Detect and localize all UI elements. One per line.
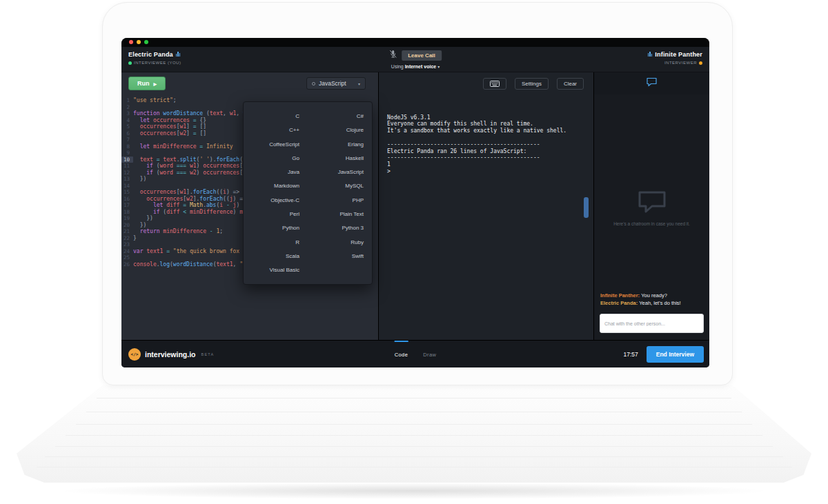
code-text: let diff = Math.abs(i - j) xyxy=(133,202,239,209)
line-number: 1 xyxy=(121,97,133,104)
chat-empty-state: Here's a chatroom in case you need it. xyxy=(594,190,709,226)
microphone-muted-icon[interactable] xyxy=(389,49,397,61)
interviewee-identity: Electric Panda INTERVIEWEE (YOU) xyxy=(128,51,183,65)
call-header: Electric Panda INTERVIEWEE (YOU) xyxy=(121,47,709,72)
language-menu-item[interactable]: Visual Basic xyxy=(244,263,308,277)
language-menu-item[interactable]: MySQL xyxy=(308,179,372,193)
console-output: NodeJS v6.3.1Everyone can modify this sh… xyxy=(387,114,585,175)
voice-source-selector[interactable]: Using Internet voice ▾ xyxy=(389,64,442,69)
language-selector-button[interactable]: JavaScript ▾ xyxy=(306,77,366,90)
chat-toolbar xyxy=(593,72,709,94)
chat-message: Infinite Panther: You ready? xyxy=(600,292,705,299)
line-number: 26 xyxy=(121,261,133,268)
language-menu-item[interactable]: R xyxy=(244,236,308,250)
minimize-window-icon[interactable] xyxy=(137,40,141,44)
chat-author: Infinite Panther: xyxy=(600,292,641,299)
language-menu: CC#C++ClojureCoffeeScriptErlangGoHaskell… xyxy=(243,101,373,285)
language-menu-item[interactable]: Python xyxy=(244,221,308,235)
chat-pane: Here's a chatroom in case you need it. I… xyxy=(593,94,709,340)
language-menu-item[interactable]: C# xyxy=(308,110,372,123)
line-number: 11 xyxy=(121,163,133,170)
settings-button[interactable]: Settings xyxy=(515,78,549,90)
language-selected: JavaScript xyxy=(319,80,346,87)
language-menu-item[interactable]: Perl xyxy=(244,208,308,221)
line-number: 19 xyxy=(121,215,133,222)
console-pane[interactable]: NodeJS v6.3.1Everyone can modify this sh… xyxy=(378,94,593,340)
language-menu-item[interactable]: JavaScript xyxy=(308,165,372,179)
line-number: 13 xyxy=(121,176,133,183)
code-text: }) xyxy=(133,222,146,229)
editor-toolbar: Run ▶ JavaScript ▾ xyxy=(121,72,378,94)
line-number: 7 xyxy=(121,137,133,143)
end-interview-button[interactable]: End Interview xyxy=(647,346,704,363)
line-number: 25 xyxy=(121,254,133,261)
run-button[interactable]: Run ▶ xyxy=(128,77,166,90)
interviewee-name: Electric Panda xyxy=(128,51,173,58)
language-menu-item[interactable]: Plain Text xyxy=(308,208,372,221)
line-number: 5 xyxy=(121,123,133,130)
language-menu-item[interactable]: Java xyxy=(244,165,308,179)
language-menu-item[interactable]: C++ xyxy=(244,123,308,137)
line-number: 15 xyxy=(121,189,133,196)
chat-bubble-icon[interactable] xyxy=(646,77,658,90)
voice-source-value: Internet voice xyxy=(405,64,437,69)
language-menu-item[interactable]: PHP xyxy=(308,194,372,208)
code-text: let occurrences = {} xyxy=(133,117,206,124)
play-icon: ▶ xyxy=(154,81,157,86)
maximize-window-icon[interactable] xyxy=(144,40,148,44)
brand-beta-badge: BETA xyxy=(201,352,215,356)
clear-button[interactable]: Clear xyxy=(557,78,584,90)
run-label: Run xyxy=(137,80,150,87)
language-icon xyxy=(312,82,315,85)
pane-resize-handle[interactable] xyxy=(584,197,589,218)
chat-empty-hint: Here's a chatroom in case you need it. xyxy=(594,221,709,226)
console-line: NodeJS v6.3.1 xyxy=(387,114,585,121)
keyboard-line xyxy=(76,424,752,425)
keyboard-line xyxy=(86,412,742,412)
leave-call-button[interactable]: Leave Call xyxy=(402,50,442,61)
line-number: 3 xyxy=(121,110,133,117)
language-menu-item[interactable]: Ruby xyxy=(308,236,372,250)
chevron-down-icon: ▾ xyxy=(437,65,440,69)
line-number: 10 xyxy=(121,157,133,163)
online-status-dot xyxy=(128,61,132,65)
language-menu-item[interactable]: CoffeeScript xyxy=(244,138,308,152)
tab-draw[interactable]: Draw xyxy=(423,341,436,367)
tab-code[interactable]: Code xyxy=(395,341,408,367)
language-menu-item[interactable]: Haskell xyxy=(308,152,372,165)
code-text: }) xyxy=(133,215,153,222)
console-line: It's a sandbox that works exactly like a… xyxy=(387,128,585,134)
console-line: Electric Panda ran 26 lines of JavaScrip… xyxy=(387,148,585,155)
line-number: 6 xyxy=(121,130,133,137)
away-status-dot xyxy=(699,61,702,65)
keyboard-line xyxy=(66,435,762,436)
line-number: 16 xyxy=(121,196,133,203)
language-menu-item[interactable]: Swift xyxy=(308,250,372,263)
language-menu-item[interactable]: C xyxy=(244,110,308,123)
using-label: Using xyxy=(391,64,404,69)
code-text: "use strict"; xyxy=(133,97,177,104)
code-text: function wordDistance (text, w1, w2) { xyxy=(133,110,259,117)
timer: 17:57 xyxy=(623,351,638,358)
language-menu-item[interactable]: Erlang xyxy=(308,138,372,152)
line-number: 17 xyxy=(121,202,133,209)
line-number: 24 xyxy=(121,248,133,255)
language-menu-item[interactable]: Scala xyxy=(244,250,308,263)
keyboard-shortcuts-button[interactable] xyxy=(483,78,506,90)
brand-name: interviewing.io xyxy=(145,350,196,359)
chat-input[interactable] xyxy=(600,314,704,333)
language-menu-item[interactable]: Python 3 xyxy=(308,221,372,235)
interviewee-role: INTERVIEWEE (YOU) xyxy=(134,61,181,65)
language-menu-item[interactable]: Clojure xyxy=(308,123,372,137)
language-menu-item[interactable]: Markdown xyxy=(244,179,308,193)
language-menu-item[interactable]: Objective-C xyxy=(244,194,308,208)
laptop-shadow xyxy=(55,483,773,499)
line-number: 8 xyxy=(121,143,133,150)
close-window-icon[interactable] xyxy=(129,40,133,44)
main-panes: 1"use strict";23function wordDistance (t… xyxy=(121,94,709,340)
mode-tabs: Code Draw xyxy=(395,341,437,367)
console-line: ----------------------------------------… xyxy=(387,141,585,148)
code-text: } xyxy=(133,235,137,242)
code-text: occurrences[w1].forEach((i) => { xyxy=(133,189,246,196)
language-menu-item[interactable]: Go xyxy=(244,152,308,165)
